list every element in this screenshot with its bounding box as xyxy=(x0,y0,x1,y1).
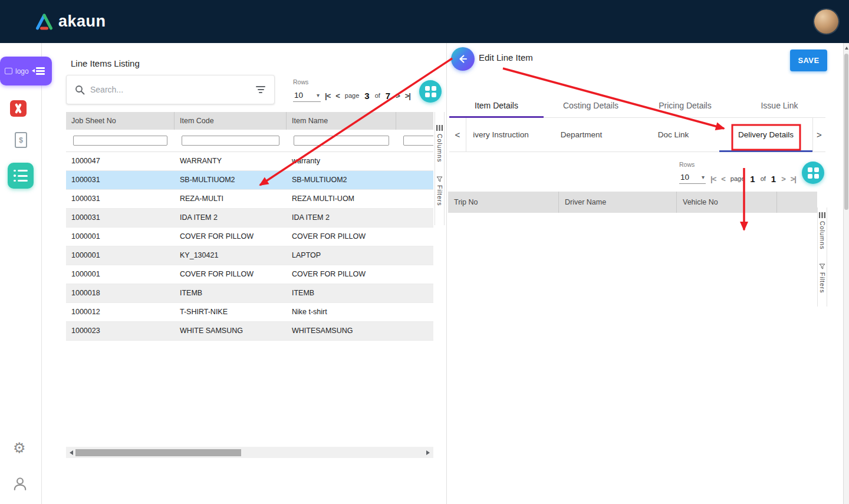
gear-icon[interactable]: ⚙ xyxy=(13,441,26,455)
table-row[interactable]: 1000031REZA-MULTIREZA MULTI-UOM xyxy=(66,190,433,209)
column-header-vehicle-no[interactable]: Vehicle No xyxy=(677,192,777,213)
cell-job-sheet-no: 1000018 xyxy=(66,284,175,302)
current-page: 3 xyxy=(364,91,369,101)
subtab-delivery-instruction[interactable]: ivery Instruction xyxy=(466,118,535,151)
scroll-left-arrow[interactable] xyxy=(70,450,73,455)
table-row[interactable]: 1000047WARRANTYwarranty xyxy=(66,152,433,171)
panel-title: Edit Line Item xyxy=(479,52,533,62)
cell-job-sheet-no: 1000031 xyxy=(66,171,175,189)
cell-job-sheet-no: 1000001 xyxy=(66,246,175,265)
user-avatar[interactable] xyxy=(814,9,838,34)
cell-job-sheet-no: 1000023 xyxy=(66,322,175,340)
tab-costing-details[interactable]: Costing Details xyxy=(544,93,638,117)
table-row[interactable]: 1000001COVER FOR PILLOWCOVER FOR PILLOW xyxy=(66,228,433,246)
table-row[interactable]: 1000001KY_130421LAPTOP xyxy=(66,246,433,265)
table-row[interactable]: 1000031SB-MULTIUOM2SB-MULTIUOM2 xyxy=(66,171,433,190)
active-subtab-indicator xyxy=(719,150,812,152)
tab-pricing-details[interactable]: Pricing Details xyxy=(638,93,732,117)
tab-bar: Item Details Costing Details Pricing Det… xyxy=(449,93,825,118)
first-page-button[interactable]: |< xyxy=(325,91,330,100)
table-row[interactable]: 1000001COVER FOR PILLOWCOVER FOR PILLOW xyxy=(66,265,433,284)
subtab-department[interactable]: Department xyxy=(535,118,627,151)
subtab-scroll-left[interactable]: < xyxy=(449,118,466,151)
billing-doc-icon[interactable]: $ xyxy=(15,132,27,148)
rows-per-page-select[interactable]: 10 ▾ xyxy=(679,170,706,184)
last-page-button[interactable]: >| xyxy=(791,174,796,183)
cell-item-code: ITEMB xyxy=(175,284,287,302)
column-header-job-sheet-no[interactable]: Job Sheet No xyxy=(66,112,175,130)
page-scrollbar[interactable] xyxy=(843,43,849,504)
cell-item-code: SB-MULTIUOM2 xyxy=(175,171,287,189)
filter-list-icon[interactable] xyxy=(255,86,266,93)
last-page-button[interactable]: >| xyxy=(405,91,410,100)
red-app-icon[interactable] xyxy=(10,100,27,117)
back-button[interactable] xyxy=(451,47,475,71)
rows-value: 10 xyxy=(680,173,689,182)
next-page-button[interactable]: > xyxy=(396,91,400,100)
sidebar-logo-chip: logo xyxy=(0,57,52,85)
prev-page-button[interactable]: < xyxy=(335,91,340,100)
filter-input-item-code[interactable] xyxy=(182,136,279,146)
column-header-driver-name[interactable]: Driver Name xyxy=(559,192,677,213)
page-title: Line Items Listing xyxy=(71,58,140,68)
panel-divider xyxy=(446,43,447,504)
logo-text: logo xyxy=(15,67,29,75)
filters-button[interactable]: Filters xyxy=(819,272,826,294)
grid-view-button[interactable] xyxy=(419,80,442,103)
broken-image-icon xyxy=(5,68,12,74)
grid-view-button[interactable] xyxy=(802,162,824,184)
subtab-delivery-details[interactable]: Delivery Details xyxy=(719,118,812,151)
scrollbar-thumb[interactable] xyxy=(844,54,848,210)
akaun-logo-icon xyxy=(35,14,53,30)
filters-button[interactable]: Filters xyxy=(436,185,443,206)
filter-input-item-name[interactable] xyxy=(294,136,389,146)
column-header-item-name[interactable]: Item Name xyxy=(287,112,396,130)
tab-issue-link[interactable]: Issue Link xyxy=(732,93,827,117)
cell-job-sheet-no: 1000047 xyxy=(66,152,175,170)
current-page: 1 xyxy=(750,174,755,184)
rows-per-page-select[interactable]: 10 ▾ xyxy=(293,88,321,102)
table-side-controls: Columns Filters xyxy=(435,112,445,225)
cell-extra xyxy=(396,303,433,321)
delivery-table-header: Trip No Driver Name Vehicle No xyxy=(448,192,817,213)
page-word: page xyxy=(345,92,359,99)
cell-item-name: COVER FOR PILLOW xyxy=(287,265,396,284)
tab-item-details[interactable]: Item Details xyxy=(449,93,544,117)
topbar: akaun xyxy=(0,0,849,43)
cell-item-name: COVER FOR PILLOW xyxy=(287,228,396,246)
subtab-doc-link[interactable]: Doc Link xyxy=(627,118,719,151)
cell-extra xyxy=(396,265,433,284)
cell-item-name: SB-MULTIUOM2 xyxy=(287,171,396,189)
horizontal-scrollbar[interactable] xyxy=(66,447,433,458)
table-row[interactable]: 1000018ITEMBITEMB xyxy=(66,284,433,303)
scrollbar-thumb[interactable] xyxy=(75,449,241,456)
next-page-button[interactable]: > xyxy=(781,174,785,183)
menu-collapse-icon[interactable] xyxy=(36,67,45,75)
cell-item-name: IDA ITEM 2 xyxy=(287,209,396,227)
columns-button[interactable]: Columns xyxy=(436,134,443,162)
prev-page-button[interactable]: < xyxy=(721,174,725,183)
scroll-up-arrow[interactable] xyxy=(845,47,848,50)
table-row[interactable]: 1000031IDA ITEM 2IDA ITEM 2 xyxy=(66,209,433,228)
line-items-module-icon[interactable] xyxy=(8,163,34,189)
search-input[interactable] xyxy=(90,85,250,94)
cell-extra xyxy=(396,322,433,340)
table-row[interactable]: 1000012T-SHIRT-NIKENike t-shirt xyxy=(66,303,433,322)
save-button[interactable]: SAVE xyxy=(790,50,827,71)
columns-button[interactable]: Columns xyxy=(819,221,826,249)
subtab-scroll-right[interactable]: > xyxy=(812,118,825,151)
cell-job-sheet-no: 1000001 xyxy=(66,228,175,246)
first-page-button[interactable]: |< xyxy=(710,174,716,183)
cell-extra xyxy=(396,152,433,170)
brand-name: akaun xyxy=(58,12,106,31)
cell-item-code: WARRANTY xyxy=(175,152,287,170)
column-header-item-code[interactable]: Item Code xyxy=(175,112,287,130)
scroll-right-arrow[interactable] xyxy=(426,450,430,455)
table-row[interactable]: 1000023WHITE SAMSUNGWHITESAMSUNG xyxy=(66,322,433,341)
cell-item-code: IDA ITEM 2 xyxy=(175,209,287,227)
filter-input-extra[interactable] xyxy=(403,136,433,146)
user-profile-icon[interactable] xyxy=(12,476,28,494)
column-header-trip-no[interactable]: Trip No xyxy=(448,192,559,213)
filter-input-job-sheet-no[interactable] xyxy=(73,136,167,146)
cell-item-code: COVER FOR PILLOW xyxy=(175,265,287,284)
